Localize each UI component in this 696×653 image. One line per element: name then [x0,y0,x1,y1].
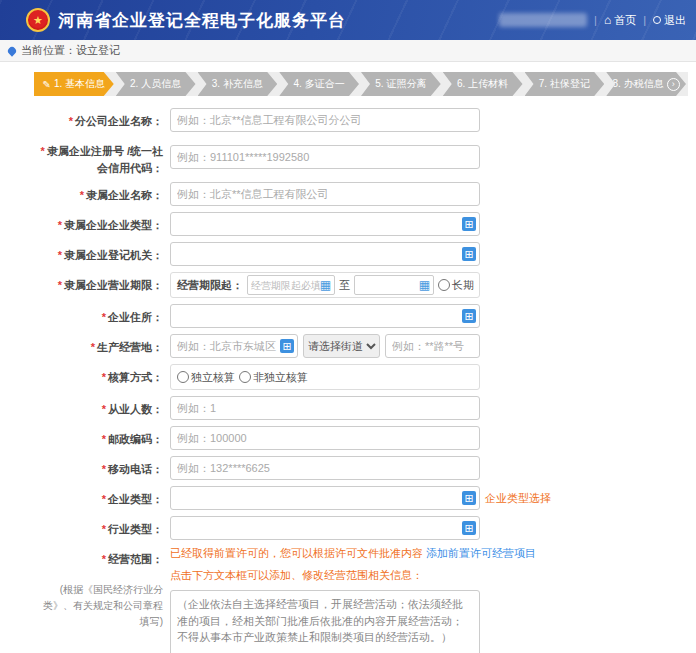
tab-step-8-tax-info[interactable]: 8. 办税信息 › [606,72,686,96]
row-postcode: *邮政编码： [36,426,696,450]
row-branch-name: *分公司企业名称： [36,108,696,132]
tab-step-3-supplementary-info[interactable]: 3. 补充信息 [198,72,278,96]
selector-icon[interactable]: ⊞ [462,521,476,535]
row-parent-regno: *隶属企业注册号 /统一社会信用代码： [36,138,696,176]
selector-icon[interactable]: ⊞ [462,491,476,505]
company-type-select-link[interactable]: 企业类型选择 [485,491,551,506]
national-emblem-logo: ★ [26,8,50,32]
parent-regno-input[interactable] [170,145,480,169]
row-accounting: *核算方式： 独立核算 非独立核算 [36,364,696,390]
username-redacted [499,13,587,27]
add-prelicense-link[interactable]: 添加前置许可经营项目 [426,547,536,559]
mobile-input[interactable] [170,456,480,480]
row-operation-place: *生产经营地： ⊞ 请选择街道 [36,334,696,358]
tab-step-1-basic-info[interactable]: ✎ 1. 基本信息 [34,72,114,96]
selector-icon[interactable]: ⊞ [280,339,294,353]
tab-step-2-personnel-info[interactable]: 2. 人员信息 [116,72,196,96]
road-input[interactable] [385,334,480,358]
page-title: 河南省企业登记全程电子化服务平台 [58,9,346,32]
parent-term-group: 经营期限起： ▦ 至 ▦ 长期 [170,272,480,298]
branch-name-input[interactable] [170,108,480,132]
row-parent-type: *隶属企业企业类型： ⊞ [36,212,696,236]
scope-tip-1: 已经取得前置许可的，您可以根据许可文件批准内容 添加前置许可经营项目 [170,546,536,561]
breadcrumb: 当前位置：设立登记 [0,40,696,62]
operation-district-input[interactable] [170,334,298,358]
row-address: *企业住所： ⊞ [36,304,696,328]
step-tabs: ✎ 1. 基本信息 2. 人员信息 3. 补充信息 4. 多证合一 5. 证照分… [34,72,688,96]
parent-name-input[interactable] [170,182,480,206]
selector-icon[interactable]: ⊞ [462,247,476,261]
parent-type-input[interactable] [170,212,480,236]
tab-step-6-upload-materials[interactable]: 6. 上传材料 [443,72,523,96]
row-parent-term: *隶属企业营业期限： 经营期限起： ▦ 至 ▦ 长期 [36,272,696,298]
selector-icon[interactable]: ⊞ [462,309,476,323]
tab-step-5-license-separation[interactable]: 5. 证照分离 [361,72,441,96]
tab-step-4-multi-certificate[interactable]: 4. 多证合一 [279,72,359,96]
scope-tip-2: 点击下方文本框可以添加、修改经营范围相关信息： [170,568,536,583]
selector-icon[interactable]: ⊞ [462,217,476,231]
row-mobile: *移动电话： [36,456,696,480]
home-icon: ⌂ [604,14,611,26]
employees-input[interactable] [170,396,480,420]
basic-info-form: *分公司企业名称： *隶属企业注册号 /统一社会信用代码： *隶属企业名称： *… [0,108,696,653]
industry-type-input[interactable] [170,516,480,540]
accounting-nonindependent-radio[interactable]: 非独立核算 [239,370,308,385]
row-industry-type: *行业类型： ⊞ [36,516,696,540]
location-pin-icon [6,45,17,56]
row-parent-name: *隶属企业名称： [36,182,696,206]
nav-home-label: 首页 [614,13,636,28]
calendar-icon[interactable]: ▦ [320,278,331,292]
row-company-type: *企业类型： ⊞ 企业类型选择 [36,486,696,510]
tab-step-7-social-security[interactable]: 7. 社保登记 [525,72,605,96]
business-scope-textarea[interactable]: （企业依法自主选择经营项目，开展经营活动；依法须经批准的项目，经相关部门批准后依… [170,590,480,653]
logout-icon [653,16,661,24]
row-parent-authority: *隶属企业登记机关： ⊞ [36,242,696,266]
business-scope-note: (根据《国民经济行业分类》、有关规定和公司章程填写) [36,582,163,630]
accounting-independent-radio[interactable]: 独立核算 [177,370,235,385]
app-header: ★ 河南省企业登记全程电子化服务平台 | ⌂ 首页 | 退出 [0,0,696,40]
nav-logout-label: 退出 [664,13,686,28]
pencil-icon: ✎ [43,79,51,90]
row-employees: *从业人数： [36,396,696,420]
accounting-group: 独立核算 非独立核算 [170,364,480,390]
calendar-icon[interactable]: ▦ [419,278,430,292]
breadcrumb-label: 当前位置：设立登记 [21,43,120,58]
address-input[interactable] [170,304,480,328]
row-business-scope: *经营范围： (根据《国民经济行业分类》、有关规定和公司章程填写) 已经取得前置… [36,546,696,653]
street-select[interactable]: 请选择街道 [303,334,380,358]
postcode-input[interactable] [170,426,480,450]
chevron-right-icon[interactable]: › [667,78,680,91]
nav-logout-link[interactable]: 退出 [653,13,686,28]
company-type-input[interactable] [170,486,480,510]
parent-term-longterm-radio[interactable]: 长期 [438,278,474,293]
parent-authority-input[interactable] [170,242,480,266]
nav-home-link[interactable]: ⌂ 首页 [604,13,636,28]
